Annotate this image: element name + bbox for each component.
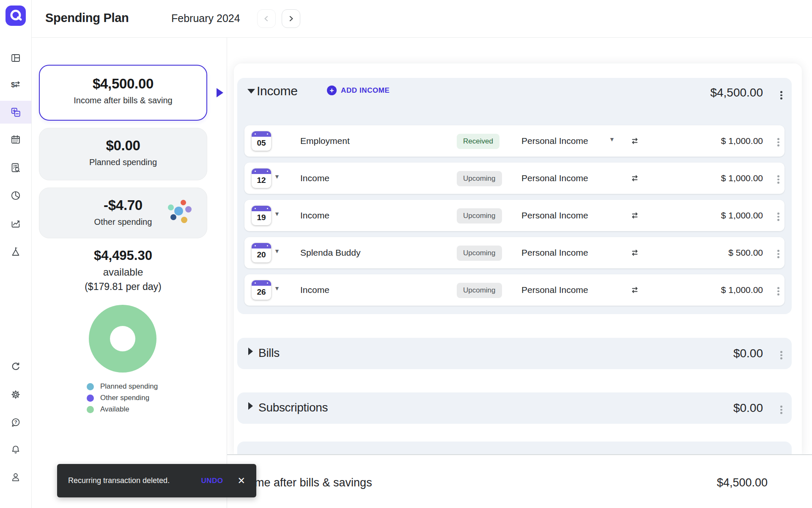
category-select[interactable]: Personal Income bbox=[521, 248, 588, 258]
transaction-name: Income bbox=[300, 285, 329, 295]
mountain-flag-icon bbox=[10, 246, 21, 257]
top-header: Spending Plan February 2024 bbox=[31, 0, 812, 38]
recurring-icon bbox=[630, 174, 639, 185]
brand-q-icon bbox=[5, 6, 26, 26]
spending-donut-chart bbox=[89, 305, 156, 373]
status-badge: Upcoming bbox=[457, 246, 502, 261]
sidebar-item-calendar[interactable] bbox=[0, 128, 31, 151]
date-badge[interactable]: 20 bbox=[252, 243, 271, 262]
sidebar-item-help[interactable]: ? bbox=[0, 411, 31, 434]
chevron-left-icon bbox=[263, 15, 270, 22]
category-dots-icon bbox=[168, 200, 192, 224]
category-select[interactable]: Personal Income bbox=[521, 136, 588, 146]
status-badge: Received bbox=[457, 134, 499, 149]
income-row[interactable]: 26 ▼ Income Upcoming Personal Income $ 1… bbox=[244, 274, 785, 306]
add-income-button[interactable]: + ADD INCOME bbox=[327, 86, 390, 95]
sidebar-item-dashboard[interactable] bbox=[0, 47, 31, 69]
sidebar: $ bbox=[0, 0, 32, 508]
row-menu-button[interactable] bbox=[777, 174, 779, 185]
bills-menu-button[interactable] bbox=[780, 350, 782, 361]
dollar-arrows-icon: $ bbox=[10, 79, 21, 90]
close-icon[interactable]: ✕ bbox=[238, 476, 245, 486]
date-day: 19 bbox=[252, 213, 271, 222]
sidebar-item-refresh[interactable] bbox=[0, 356, 31, 378]
sidebar-item-watchlists[interactable] bbox=[0, 184, 31, 207]
calendar-strip bbox=[252, 206, 271, 211]
recurring-icon bbox=[630, 136, 639, 147]
prev-month-button[interactable] bbox=[257, 9, 276, 28]
sidebar-item-transactions[interactable]: $ bbox=[0, 73, 31, 96]
row-menu-button[interactable] bbox=[777, 137, 779, 148]
sidebar-item-settings[interactable] bbox=[0, 383, 31, 406]
legend-item: Planned spending bbox=[87, 383, 158, 390]
next-month-button[interactable] bbox=[282, 9, 300, 28]
status-badge: Upcoming bbox=[457, 171, 502, 186]
date-day: 05 bbox=[252, 138, 271, 148]
footer-summary-bar: Income after bills & savings $4,500.00 bbox=[227, 454, 812, 508]
subscriptions-section-title: Subscriptions bbox=[258, 401, 328, 414]
amount: $ 1,000.00 bbox=[721, 173, 763, 183]
calendar-strip bbox=[252, 280, 271, 286]
bills-total: $0.00 bbox=[733, 347, 763, 360]
bills-section: Bills $0.00 bbox=[237, 338, 792, 369]
expand-bills-icon[interactable] bbox=[248, 348, 253, 355]
person-icon bbox=[10, 472, 21, 483]
row-menu-button[interactable] bbox=[777, 211, 779, 222]
date-badge[interactable]: 26 bbox=[252, 280, 271, 300]
income-total: $4,500.00 bbox=[710, 86, 763, 99]
sidebar-item-profile[interactable] bbox=[0, 466, 31, 489]
row-menu-button[interactable] bbox=[777, 286, 779, 297]
sidebar-item-goals[interactable] bbox=[0, 240, 31, 263]
sidebar-item-investments[interactable] bbox=[0, 212, 31, 235]
pie-chart-icon bbox=[10, 190, 21, 201]
category-select[interactable]: Personal Income bbox=[521, 173, 588, 183]
status-badge: Upcoming bbox=[457, 283, 502, 298]
date-day: 26 bbox=[252, 287, 271, 297]
sidebar-item-reports[interactable] bbox=[0, 156, 31, 179]
income-row[interactable]: 12 ▼ Income Upcoming Personal Income $ 1… bbox=[244, 163, 785, 194]
income-row[interactable]: 20 ▼ Splenda Buddy Upcoming Personal Inc… bbox=[244, 237, 785, 268]
app-logo[interactable] bbox=[5, 6, 26, 26]
expand-subscriptions-icon[interactable] bbox=[248, 402, 253, 410]
summary-card-planned-spending[interactable]: $0.00 Planned spending bbox=[39, 128, 207, 180]
income-menu-button[interactable] bbox=[780, 90, 782, 101]
row-menu-button[interactable] bbox=[777, 248, 779, 260]
collapse-income-icon[interactable] bbox=[247, 89, 255, 94]
main-content: Income + ADD INCOME $4,500.00 05 Employm… bbox=[227, 37, 812, 508]
next-section-partial bbox=[237, 442, 792, 454]
sidebar-item-spending-plan[interactable] bbox=[0, 101, 31, 124]
subscriptions-menu-button[interactable] bbox=[780, 404, 782, 415]
available-amount: $4,495.30 bbox=[39, 248, 207, 263]
date-caret-icon[interactable]: ▼ bbox=[274, 173, 280, 180]
date-badge[interactable]: 12 bbox=[252, 168, 271, 188]
amount: $ 1,000.00 bbox=[721, 210, 763, 221]
card-label: Income after bills & saving bbox=[40, 96, 206, 105]
date-caret-icon[interactable]: ▼ bbox=[274, 248, 280, 254]
summary-card-other-spending[interactable]: -$4.70 Other spending bbox=[39, 188, 207, 238]
summary-card-income-after-bills[interactable]: $4,500.00 Income after bills & saving bbox=[39, 65, 207, 121]
selected-card-arrow-icon bbox=[217, 88, 223, 97]
bell-icon bbox=[10, 444, 21, 455]
date-badge[interactable]: 19 bbox=[252, 206, 271, 225]
recurring-icon bbox=[630, 248, 639, 259]
category-select[interactable]: Personal Income bbox=[521, 210, 588, 221]
summary-panel: $4,500.00 Income after bills & saving $0… bbox=[31, 37, 227, 508]
income-row[interactable]: 05 Employment Received Personal Income ▼… bbox=[244, 125, 785, 157]
date-day: 20 bbox=[252, 250, 271, 260]
income-row[interactable]: 19 ▼ Income Upcoming Personal Income $ 1… bbox=[244, 200, 785, 231]
undo-button[interactable]: UNDO bbox=[201, 477, 223, 485]
category-caret-icon[interactable]: ▼ bbox=[609, 136, 615, 143]
category-select[interactable]: Personal Income bbox=[521, 285, 588, 295]
recurring-icon bbox=[630, 211, 639, 222]
amount: $ 500.00 bbox=[728, 248, 763, 258]
card-value: $0.00 bbox=[39, 138, 207, 154]
date-caret-icon[interactable]: ▼ bbox=[274, 285, 280, 292]
card-label: Planned spending bbox=[39, 157, 207, 167]
date-badge[interactable]: 05 bbox=[252, 131, 271, 151]
sidebar-item-notifications[interactable] bbox=[0, 438, 31, 461]
calendar-strip bbox=[252, 243, 271, 248]
date-caret-icon[interactable]: ▼ bbox=[274, 210, 280, 217]
spending-plan-icon bbox=[10, 107, 21, 118]
transaction-name: Employment bbox=[300, 136, 350, 146]
card-value: $4,500.00 bbox=[40, 76, 206, 92]
